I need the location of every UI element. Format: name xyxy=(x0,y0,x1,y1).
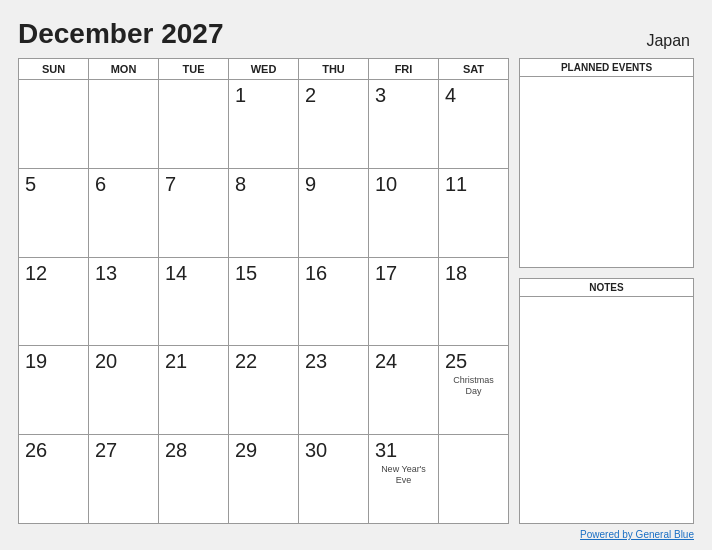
footer: Powered by General Blue xyxy=(18,529,694,540)
day-number: 26 xyxy=(25,439,82,462)
day-number: 2 xyxy=(305,84,362,107)
event-label: New Year's Eve xyxy=(375,464,432,486)
calendar-cell: 24 xyxy=(369,346,439,435)
calendar-cell xyxy=(159,80,229,169)
day-number: 25 xyxy=(445,350,502,373)
dow-fri: FRI xyxy=(369,59,439,80)
calendar-cell: 22 xyxy=(229,346,299,435)
calendar-cell: 19 xyxy=(19,346,89,435)
dow-mon: MON xyxy=(89,59,159,80)
day-number: 9 xyxy=(305,173,362,196)
calendar-cell: 7 xyxy=(159,168,229,257)
day-number: 20 xyxy=(95,350,152,373)
calendar-cell: 31New Year's Eve xyxy=(369,435,439,524)
day-number: 7 xyxy=(165,173,222,196)
country-title: Japan xyxy=(646,32,690,50)
calendar-cell: 10 xyxy=(369,168,439,257)
day-number: 18 xyxy=(445,262,502,285)
month-title: December 2027 xyxy=(18,18,223,50)
day-number: 14 xyxy=(165,262,222,285)
day-number: 28 xyxy=(165,439,222,462)
day-number: 22 xyxy=(235,350,292,373)
calendar-cell: 27 xyxy=(89,435,159,524)
calendar-cell: 17 xyxy=(369,257,439,346)
dow-sat: SAT xyxy=(439,59,509,80)
day-number: 27 xyxy=(95,439,152,462)
calendar-cell xyxy=(19,80,89,169)
event-label: Christmas Day xyxy=(445,375,502,397)
calendar-cell: 23 xyxy=(299,346,369,435)
notes-box: NOTES xyxy=(519,278,694,524)
calendar-cell xyxy=(439,435,509,524)
side-section: PLANNED EVENTS NOTES xyxy=(519,58,694,524)
notes-content xyxy=(520,297,693,397)
day-number: 23 xyxy=(305,350,362,373)
calendar-cell: 29 xyxy=(229,435,299,524)
day-number: 30 xyxy=(305,439,362,462)
main-layout: SUN MON TUE WED THU FRI SAT 123456789101… xyxy=(18,58,694,524)
calendar-cell: 16 xyxy=(299,257,369,346)
page: December 2027 Japan SUN MON TUE WED THU … xyxy=(0,0,712,550)
day-number: 10 xyxy=(375,173,432,196)
day-number: 8 xyxy=(235,173,292,196)
day-number: 1 xyxy=(235,84,292,107)
day-number: 3 xyxy=(375,84,432,107)
day-number: 24 xyxy=(375,350,432,373)
calendar-cell: 25Christmas Day xyxy=(439,346,509,435)
powered-by-link[interactable]: Powered by General Blue xyxy=(580,529,694,540)
calendar-cell: 2 xyxy=(299,80,369,169)
day-number: 5 xyxy=(25,173,82,196)
calendar-cell: 30 xyxy=(299,435,369,524)
calendar-cell: 12 xyxy=(19,257,89,346)
day-number: 19 xyxy=(25,350,82,373)
calendar-cell: 1 xyxy=(229,80,299,169)
calendar-cell: 4 xyxy=(439,80,509,169)
calendar-cell: 18 xyxy=(439,257,509,346)
dow-tue: TUE xyxy=(159,59,229,80)
calendar-cell: 8 xyxy=(229,168,299,257)
planned-events-header: PLANNED EVENTS xyxy=(520,59,693,77)
calendar-cell: 26 xyxy=(19,435,89,524)
calendar-cell xyxy=(89,80,159,169)
day-number: 4 xyxy=(445,84,502,107)
calendar-cell: 6 xyxy=(89,168,159,257)
calendar-cell: 15 xyxy=(229,257,299,346)
calendar-cell: 3 xyxy=(369,80,439,169)
day-number: 29 xyxy=(235,439,292,462)
calendar-cell: 9 xyxy=(299,168,369,257)
calendar-table: SUN MON TUE WED THU FRI SAT 123456789101… xyxy=(18,58,509,524)
calendar-cell: 14 xyxy=(159,257,229,346)
calendar-cell: 13 xyxy=(89,257,159,346)
header: December 2027 Japan xyxy=(18,18,694,50)
dow-thu: THU xyxy=(299,59,369,80)
calendar-section: SUN MON TUE WED THU FRI SAT 123456789101… xyxy=(18,58,509,524)
day-number: 21 xyxy=(165,350,222,373)
dow-wed: WED xyxy=(229,59,299,80)
day-number: 6 xyxy=(95,173,152,196)
day-number: 12 xyxy=(25,262,82,285)
day-number: 31 xyxy=(375,439,432,462)
calendar-cell: 5 xyxy=(19,168,89,257)
day-number: 16 xyxy=(305,262,362,285)
calendar-cell: 20 xyxy=(89,346,159,435)
calendar-cell: 28 xyxy=(159,435,229,524)
day-number: 13 xyxy=(95,262,152,285)
planned-events-content xyxy=(520,77,693,177)
notes-header: NOTES xyxy=(520,279,693,297)
day-number: 11 xyxy=(445,173,502,196)
calendar-cell: 11 xyxy=(439,168,509,257)
planned-events-box: PLANNED EVENTS xyxy=(519,58,694,268)
calendar-cell: 21 xyxy=(159,346,229,435)
day-number: 15 xyxy=(235,262,292,285)
dow-sun: SUN xyxy=(19,59,89,80)
day-number: 17 xyxy=(375,262,432,285)
